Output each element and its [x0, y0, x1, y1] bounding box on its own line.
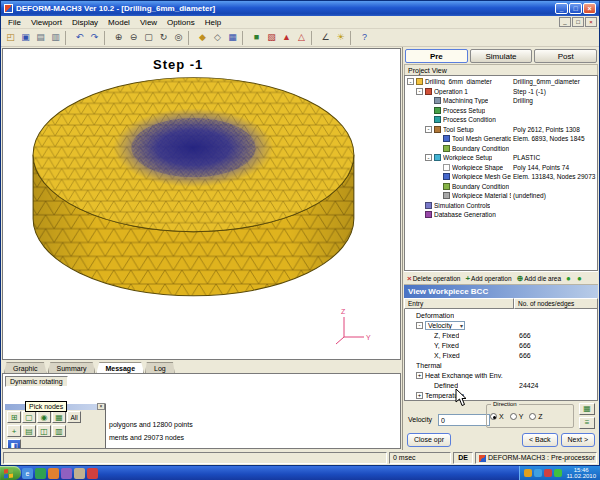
tab-graphic[interactable]: Graphic [4, 362, 47, 373]
mdi-minimize-button[interactable]: _ [559, 17, 571, 27]
tab-summary[interactable]: Summary [48, 362, 96, 373]
mdi-restore-button[interactable]: □ [572, 17, 584, 27]
pick-all-button[interactable]: All [67, 411, 81, 423]
bcc-row-velocity[interactable]: Velocity [405, 320, 597, 330]
tab-log[interactable]: Log [145, 362, 175, 373]
expander-icon[interactable] [416, 88, 423, 95]
bcc-row-temperature[interactable]: Temperature [405, 390, 597, 400]
green-indicator-icon-1[interactable]: ● [565, 274, 573, 283]
toolbar-separator[interactable] [242, 31, 247, 45]
title-bar[interactable]: DEFORM-MACH3 Ver 10.2 - [Drilling_6mm_di… [1, 1, 599, 16]
shaded-view-icon[interactable]: ◆ [195, 30, 210, 45]
pick-region-button[interactable]: ◫ [37, 425, 51, 437]
viewport-3d[interactable]: Step -1 Z Y [2, 48, 401, 360]
zoom-window-icon[interactable]: ▢ [141, 30, 156, 45]
quick-launch-icon-6[interactable] [87, 468, 98, 479]
velocity-input[interactable] [438, 414, 490, 426]
menu-view[interactable]: View [135, 18, 162, 27]
expander-icon[interactable] [407, 78, 414, 85]
pick-box-button[interactable]: ▢ [22, 411, 36, 423]
tray-icon-4[interactable] [554, 469, 562, 477]
bcc-row-defined[interactable]: Defined 24424 [405, 380, 597, 390]
next-button[interactable]: Next > [561, 433, 595, 447]
pick-rows-button[interactable]: ▤ [22, 425, 36, 437]
expander-icon[interactable] [416, 372, 423, 379]
direction-y-radio[interactable]: Y [510, 413, 524, 420]
menu-options[interactable]: Options [162, 18, 200, 27]
palette-close-icon[interactable]: × [97, 403, 105, 410]
expander-icon[interactable] [425, 154, 432, 161]
blue-tool-button[interactable]: ◧ [7, 439, 21, 449]
add-die-area-button[interactable]: ⊕ Add die area [516, 274, 563, 283]
language-indicator[interactable]: DE [453, 452, 473, 464]
direction-x-radio[interactable]: X [490, 413, 504, 420]
maximize-button[interactable]: □ [569, 3, 582, 14]
save-icon[interactable]: ▣ [18, 30, 33, 45]
expander-icon[interactable] [425, 126, 432, 133]
bcc-row-heat-exchange[interactable]: Heat Exchange with Env. [405, 370, 597, 380]
tree-item-workpiece-mesh-generation[interactable]: Workpiece Mesh Generation Elem. 131843, … [405, 172, 597, 182]
bcc-row-y-fixed[interactable]: Y, Fixed 666 [405, 340, 597, 350]
tray-icon-3[interactable] [544, 469, 552, 477]
zoom-out-icon[interactable]: ⊖ [126, 30, 141, 45]
tab-simulate[interactable]: Simulate [470, 49, 533, 63]
object-icon[interactable]: ■ [249, 30, 264, 45]
tree-item-database-generation[interactable]: Database Generation [405, 210, 597, 220]
tray-icon-1[interactable] [524, 469, 532, 477]
bcc-row-thermal[interactable]: Thermal [405, 360, 597, 370]
mesh-view-icon[interactable]: ▦ [225, 30, 240, 45]
pan-view-icon[interactable]: ◎ [171, 30, 186, 45]
tab-message[interactable]: Message [96, 362, 144, 373]
tree-item-operation-1[interactable]: Operation 1 Step -1 (-1) [405, 87, 597, 97]
load-icon[interactable]: ▲ [279, 30, 294, 45]
tree-item-workpiece-setup[interactable]: Workpiece Setup PLASTIC [405, 153, 597, 163]
add-operation-button[interactable]: + Add operation [464, 274, 512, 283]
delete-operation-button[interactable]: × Delete operation [406, 274, 461, 283]
export-icon[interactable]: ▥ [48, 30, 63, 45]
back-button[interactable]: < Back [522, 433, 558, 447]
menu-model[interactable]: Model [103, 18, 135, 27]
quick-launch-icon-4[interactable] [61, 468, 72, 479]
constraint-icon[interactable]: △ [294, 30, 309, 45]
close-opr-button[interactable]: Close opr [407, 433, 451, 447]
taskbar-clock[interactable]: 15:46 11.02.2010 [564, 467, 596, 480]
tree-item-workpiece-shape[interactable]: Workpiece Shape Poly 144, Points 74 [405, 163, 597, 173]
menu-display[interactable]: Display [67, 18, 103, 27]
pick-surface-button[interactable]: ▦ [52, 411, 66, 423]
toolbar-separator[interactable] [188, 31, 193, 45]
tree-item-process-setup[interactable]: Process Setup [405, 106, 597, 116]
wireframe-view-icon[interactable]: ◇ [210, 30, 225, 45]
tree-item-simulation-controls[interactable]: Simulation Controls [405, 201, 597, 211]
tree-item-tool-boundary-condition[interactable]: Boundary Condition [405, 144, 597, 154]
start-button[interactable] [0, 466, 21, 480]
close-button[interactable]: × [583, 3, 596, 14]
bcc-row-z-fixed[interactable]: Z, Fixed 666 [405, 330, 597, 340]
expander-icon[interactable] [416, 322, 423, 329]
tree-item-workpiece-material-setup[interactable]: Workpiece Material Setup (undefined) [405, 191, 597, 201]
tree-item-process-condition[interactable]: Process Condition [405, 115, 597, 125]
expander-icon[interactable] [416, 392, 423, 399]
direction-z-radio[interactable]: Z [529, 413, 542, 420]
undo-icon[interactable]: ↶ [72, 30, 87, 45]
menu-help[interactable]: Help [200, 18, 226, 27]
tree-item-tool-setup[interactable]: Tool Setup Poly 2612, Points 1308 [405, 125, 597, 135]
toolbar-separator[interactable] [350, 31, 355, 45]
measure-icon[interactable]: ∠ [318, 30, 333, 45]
minimize-button[interactable]: _ [555, 3, 568, 14]
quick-launch-icon-2[interactable] [35, 468, 46, 479]
help-icon[interactable]: ? [357, 30, 372, 45]
rotate-view-icon[interactable]: ↻ [156, 30, 171, 45]
quick-launch-icon-5[interactable] [74, 468, 85, 479]
toolbar-separator[interactable] [311, 31, 316, 45]
menu-viewport[interactable]: Viewport [26, 18, 67, 27]
pick-circle-button[interactable]: ◉ [37, 411, 51, 423]
tree-item-workpiece-boundary-condition[interactable]: Boundary Condition [405, 182, 597, 192]
import-icon[interactable]: ▤ [33, 30, 48, 45]
open-file-icon[interactable]: ◰ [3, 30, 18, 45]
tree-item-tool-mesh-generation[interactable]: Tool Mesh Generation Elem. 6893, Nodes 1… [405, 134, 597, 144]
tree-item-project[interactable]: Drilling_6mm_diameter Drilling_6mm_diame… [405, 77, 597, 87]
bcc-row-deformation[interactable]: Deformation [405, 310, 597, 320]
quick-launch-icon-3[interactable] [48, 468, 59, 479]
pick-columns-button[interactable]: ▥ [52, 425, 66, 437]
pick-single-node-button[interactable]: ⊞ [7, 411, 21, 423]
